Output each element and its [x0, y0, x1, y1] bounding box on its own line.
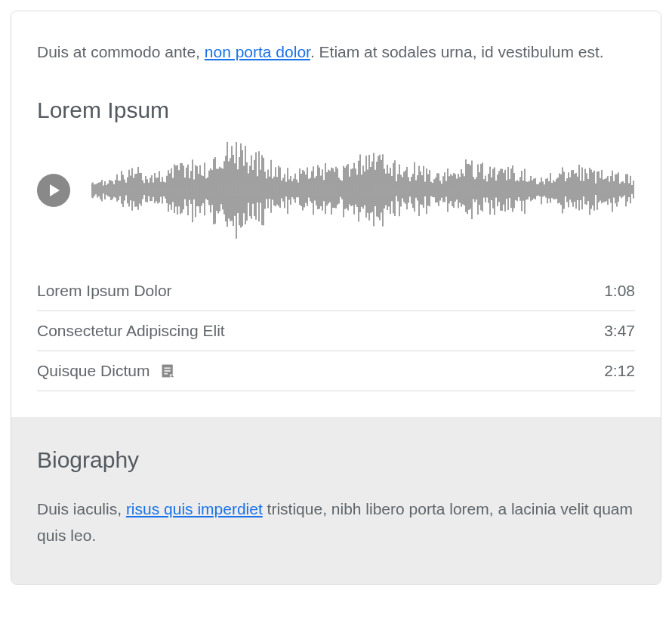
intro-text-before: Duis at commodo ante,	[37, 43, 205, 60]
track-title: Lorem Ipsum Dolor	[37, 282, 172, 300]
intro-paragraph: Duis at commodo ante, non porta dolor. E…	[37, 39, 635, 66]
track-row[interactable]: Consectetur Adipiscing Elit 3:47	[37, 311, 635, 351]
bio-link[interactable]: risus quis imperdiet	[126, 500, 263, 517]
audio-player	[37, 141, 635, 239]
svg-rect-2	[165, 370, 171, 372]
intro-link[interactable]: non porta dolor	[205, 43, 310, 60]
content-card: Duis at commodo ante, non porta dolor. E…	[11, 11, 661, 585]
track-time: 3:47	[604, 322, 635, 340]
play-button[interactable]	[37, 174, 70, 207]
waveform[interactable]	[91, 141, 635, 239]
svg-marker-0	[50, 184, 60, 196]
svg-rect-1	[165, 367, 171, 369]
track-title: Quisque Dictum	[37, 362, 150, 380]
audio-title: Lorem Ipsum	[37, 97, 635, 123]
track-list: Lorem Ipsum Dolor 1:08 Consectetur Adipi…	[37, 271, 635, 391]
track-title: Consectetur Adipiscing Elit	[37, 322, 225, 340]
track-time: 2:12	[604, 362, 635, 380]
biography-heading: Biography	[37, 447, 635, 473]
track-row[interactable]: Quisque Dictum 2:12	[37, 351, 635, 391]
biography-text: Duis iaculis, risus quis imperdiet trist…	[37, 496, 635, 549]
svg-rect-3	[165, 372, 168, 374]
track-row[interactable]: Lorem Ipsum Dolor 1:08	[37, 271, 635, 311]
track-time: 1:08	[604, 282, 635, 300]
bio-text-before: Duis iaculis,	[37, 500, 126, 517]
play-icon	[46, 183, 61, 198]
note-icon	[160, 363, 177, 379]
main-section: Duis at commodo ante, non porta dolor. E…	[11, 11, 661, 417]
biography-section: Biography Duis iaculis, risus quis imper…	[11, 417, 661, 584]
intro-text-after: . Etiam at sodales urna, id vestibulum e…	[310, 43, 604, 60]
